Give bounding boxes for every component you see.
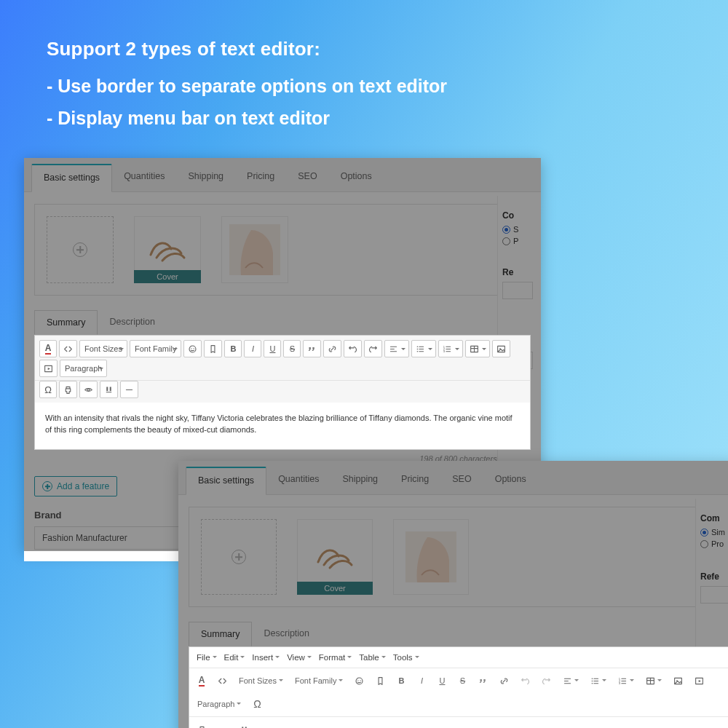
- tab-shipping[interactable]: Shipping: [331, 467, 389, 495]
- redo-button[interactable]: [539, 673, 553, 689]
- radio-simple[interactable]: S: [502, 225, 541, 234]
- radio-product[interactable]: P: [502, 237, 541, 245]
- add-feature-label: Add a feature: [57, 481, 109, 491]
- cover-label: Cover: [134, 270, 201, 283]
- image-button[interactable]: [671, 673, 685, 689]
- table-button[interactable]: [465, 340, 490, 357]
- font-family-select[interactable]: Font Family: [293, 673, 345, 689]
- menu-table[interactable]: Table: [356, 650, 389, 665]
- thumbnail-cover[interactable]: Cover: [134, 216, 201, 283]
- toolbar-flat-row-1: A Font Sizes Font Family B I U S: [189, 668, 728, 717]
- menu-view[interactable]: View: [284, 650, 314, 665]
- bullet-list-button[interactable]: [411, 340, 436, 357]
- svg-point-2: [191, 348, 192, 349]
- preview-button[interactable]: [79, 381, 98, 398]
- svg-point-6: [417, 350, 419, 352]
- add-image-button[interactable]: [47, 216, 114, 283]
- tab-seo[interactable]: SEO: [440, 467, 483, 495]
- menu-edit[interactable]: Edit: [221, 650, 248, 665]
- special-char-button[interactable]: Ω: [39, 381, 57, 398]
- plus-icon: [42, 481, 52, 491]
- tab-options[interactable]: Options: [329, 164, 384, 192]
- menu-format[interactable]: Format: [316, 650, 355, 665]
- tab-quantities[interactable]: Quantities: [112, 164, 176, 192]
- tab-quantities[interactable]: Quantities: [266, 467, 331, 495]
- print-button[interactable]: [195, 721, 209, 728]
- paragraph-select[interactable]: Paragraph: [60, 360, 107, 377]
- font-size-select[interactable]: Font Sizes: [237, 673, 285, 689]
- tab-options[interactable]: Options: [483, 467, 538, 495]
- menu-file[interactable]: File: [194, 650, 220, 665]
- add-feature-button[interactable]: Add a feature: [34, 476, 117, 496]
- paragraph-select[interactable]: Paragraph: [195, 696, 243, 712]
- sub-line-2: - Display menu bar on text editor: [47, 108, 330, 129]
- headline: Support 2 types of text editor:: [47, 38, 320, 60]
- bookmark-button[interactable]: [204, 340, 222, 357]
- find-replace-button[interactable]: [100, 381, 118, 398]
- blockquote-button[interactable]: [476, 673, 490, 689]
- hr-button[interactable]: [258, 721, 272, 728]
- editor-subtabs-2: Summary Description 🗐: [189, 622, 728, 646]
- font-family-select[interactable]: Font Family: [130, 340, 181, 357]
- thumbnail-2b[interactable]: [393, 519, 469, 595]
- special-char-button[interactable]: Ω: [250, 696, 264, 712]
- thumbnail-2[interactable]: [221, 216, 288, 283]
- svg-point-3: [194, 348, 194, 349]
- emoji-button[interactable]: [352, 673, 366, 689]
- blockquote-button[interactable]: [303, 340, 321, 357]
- bold-button[interactable]: B: [224, 340, 242, 357]
- text-color-button[interactable]: A: [195, 673, 208, 689]
- print-button[interactable]: [59, 381, 77, 398]
- underline-button[interactable]: U: [435, 673, 448, 689]
- bold-button[interactable]: B: [395, 673, 408, 689]
- tab-basic-settings[interactable]: Basic settings: [31, 164, 112, 192]
- align-button[interactable]: [561, 673, 581, 689]
- reference-input-2[interactable]: [700, 586, 728, 604]
- subtab-description[interactable]: Description: [98, 310, 167, 335]
- text-color-button[interactable]: A: [39, 340, 57, 357]
- subtab-summary[interactable]: Summary: [34, 310, 98, 335]
- tab-pricing[interactable]: Pricing: [389, 467, 440, 495]
- underline-button[interactable]: U: [264, 340, 281, 357]
- font-size-select[interactable]: Font Sizes: [79, 340, 127, 357]
- numbered-list-button[interactable]: 123: [438, 340, 463, 357]
- undo-button[interactable]: [518, 673, 532, 689]
- reference-input[interactable]: [502, 282, 533, 299]
- tab-pricing[interactable]: Pricing: [235, 164, 286, 192]
- source-code-button[interactable]: [59, 340, 77, 357]
- menu-insert[interactable]: Insert: [249, 650, 282, 665]
- thumbnail-cover-2[interactable]: Cover: [297, 519, 373, 595]
- hr-button[interactable]: [120, 381, 138, 398]
- table-button[interactable]: [644, 673, 664, 689]
- preview-button[interactable]: [216, 721, 230, 728]
- emoji-button[interactable]: [183, 340, 202, 357]
- media-button[interactable]: [692, 673, 706, 689]
- radio-simple-2[interactable]: Sim: [700, 528, 728, 537]
- radio-product-2[interactable]: Pro: [700, 539, 728, 548]
- subtab-summary[interactable]: Summary: [189, 622, 252, 646]
- bookmark-button[interactable]: [373, 673, 387, 689]
- tab-shipping[interactable]: Shipping: [176, 164, 235, 192]
- svg-point-1: [189, 346, 196, 352]
- source-code-button[interactable]: [215, 673, 229, 689]
- italic-button[interactable]: I: [415, 673, 428, 689]
- numbered-list-button[interactable]: 123: [616, 673, 636, 689]
- add-image-button[interactable]: [201, 519, 277, 595]
- find-replace-button[interactable]: [237, 721, 251, 728]
- bullet-list-button[interactable]: [588, 673, 609, 689]
- tab-basic-settings[interactable]: Basic settings: [186, 467, 266, 495]
- italic-button[interactable]: I: [244, 340, 261, 357]
- menu-tools[interactable]: Tools: [390, 650, 422, 665]
- link-button[interactable]: [497, 673, 511, 689]
- undo-button[interactable]: [344, 340, 362, 357]
- strikethrough-button[interactable]: S: [456, 673, 469, 689]
- image-button[interactable]: [492, 340, 510, 357]
- align-button[interactable]: [384, 340, 409, 357]
- subtab-description[interactable]: Description: [252, 622, 321, 646]
- media-button[interactable]: [39, 360, 58, 377]
- redo-button[interactable]: [364, 340, 382, 357]
- strikethrough-button[interactable]: S: [283, 340, 301, 357]
- tab-seo[interactable]: SEO: [286, 164, 328, 192]
- editor-content[interactable]: With an intensity that rivals the night …: [35, 403, 530, 449]
- link-button[interactable]: [323, 340, 341, 357]
